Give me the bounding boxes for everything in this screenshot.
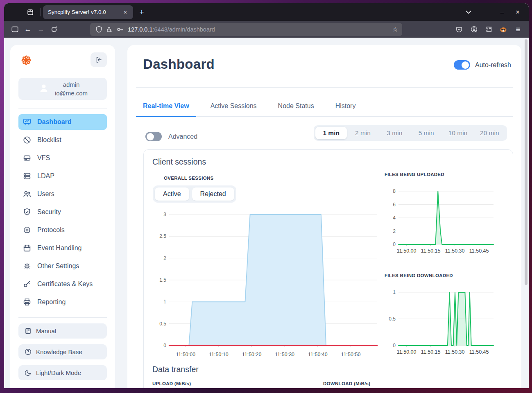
user-name: admin [55,80,88,89]
sidebar-item-label: Dashboard [37,118,72,126]
files-downloaded-label: FILES BEING DOWNLOADED [385,273,453,278]
extension-addon-icon[interactable] [497,23,510,36]
sidebar-item-label: LDAP [37,172,54,180]
svg-text:11:50:30: 11:50:30 [445,349,465,355]
calendar-icon [23,244,32,253]
user-email: io@me.com [55,89,88,97]
tab-node-status[interactable]: Node Status [271,102,321,117]
shield-check-icon [23,208,32,217]
tab-real-time-view[interactable]: Real-time View [136,102,196,117]
advanced-toggle[interactable] [145,132,162,141]
browser-tab-bar: Syncplify Server! v7.0.0 × + – × [4,3,529,21]
forward-button[interactable]: → [34,23,48,36]
svg-text:11:50:10: 11:50:10 [209,352,229,357]
sidebar-item-ldap[interactable]: LDAP [18,168,107,184]
list-tabs-chevron-icon[interactable] [462,6,475,18]
time-range-1min[interactable]: 1 min [315,127,347,139]
account-icon[interactable] [467,23,480,36]
sidebar-item-label: Users [37,190,54,198]
connection-lock-warning-icon[interactable] [104,24,115,35]
sidebar-item-reporting[interactable]: Reporting [18,294,107,310]
time-range-3min[interactable]: 3 min [379,127,410,139]
window-close-button[interactable]: × [511,6,525,18]
page-scrollbar[interactable] [525,39,527,285]
url-host: 127.0.0.1 [128,26,152,33]
menu-hamburger-icon[interactable]: ≡ [512,23,525,36]
manual-button[interactable]: Manual [18,323,107,339]
sidebar-item-label: Reporting [37,298,66,306]
time-range-5min[interactable]: 5 min [410,127,442,139]
users-icon [23,190,32,199]
sidebar-item-vfs[interactable]: VFS [18,150,107,166]
svg-text:11:50:45: 11:50:45 [469,349,489,355]
time-range-2min[interactable]: 2 min [347,127,378,139]
user-card[interactable]: admin io@me.com [18,78,107,100]
sidebar: admin io@me.com Dashboard Blocklist VFS … [10,45,115,388]
svg-text:2.5: 2.5 [159,233,166,239]
svg-text:11:50:15: 11:50:15 [421,248,441,254]
tracking-shield-icon[interactable] [93,24,104,35]
time-range-20min[interactable]: 20 min [474,127,505,139]
tab-active-sessions[interactable]: Active Sessions [204,102,264,117]
knowledge-base-button[interactable]: Knowledge Base [18,344,107,359]
extensions-puzzle-icon[interactable] [482,23,495,36]
cpu-chip-icon [23,226,32,235]
svg-text:11:50:30: 11:50:30 [275,352,294,357]
svg-text:1: 1 [393,289,396,295]
sidebar-item-certificates-keys[interactable]: Certificates & Keys [18,276,107,292]
tab-close-icon[interactable]: × [121,8,130,17]
header-divider [136,87,513,88]
sidebar-item-security[interactable]: Security [18,204,107,220]
filter-rejected-button[interactable]: Rejected [192,187,234,201]
svg-text:8: 8 [393,188,396,194]
pocket-icon[interactable] [453,23,466,36]
dashboard-icon [23,117,32,126]
printer-icon [23,298,32,307]
reload-button[interactable] [48,23,61,36]
sidebar-item-other-settings[interactable]: Other Settings [18,258,107,274]
upload-rate-label: UPLOAD (MiB/s) [152,381,191,386]
files-uploaded-chart: 0246811:50:0011:50:1511:50:3011:50:45 [385,185,496,255]
sidebar-toggle-icon[interactable] [8,23,21,36]
new-tab-button[interactable]: + [136,6,148,18]
sidebar-item-label: Blocklist [37,136,61,144]
firefox-view-icon[interactable] [24,7,37,18]
sidebar-item-users[interactable]: Users [18,186,107,202]
svg-text:0: 0 [163,343,166,348]
filter-active-button[interactable]: Active [155,187,189,201]
browser-tab[interactable]: Syncplify Server! v7.0.0 × [43,5,133,19]
client-sessions-title: Client sessions [152,157,206,167]
svg-text:11:50:00: 11:50:00 [397,349,417,355]
key-permission-icon[interactable] [115,24,125,35]
sidebar-item-label: Protocols [37,226,65,234]
bookmark-star-icon[interactable]: ☆ [392,25,398,33]
browser-window: Syncplify Server! v7.0.0 × + – × ← → [4,3,529,388]
auto-refresh-toggle[interactable] [454,60,470,70]
files-downloaded-chart: 00.5111:50:0011:50:1511:50:3011:50:45 [385,286,496,356]
light-dark-mode-label: Light/Dark Mode [36,369,81,376]
tab-history[interactable]: History [328,102,363,117]
light-dark-mode-button[interactable]: Light/Dark Mode [18,365,107,380]
window-minimize-button[interactable]: – [495,6,509,18]
blocklist-icon [23,136,32,145]
svg-text:3: 3 [163,212,166,217]
sidebar-item-blocklist[interactable]: Blocklist [18,132,107,148]
hard-drive-icon [23,154,32,163]
time-range-10min[interactable]: 10 min [442,127,473,139]
key-icon [23,280,32,289]
svg-text:6: 6 [393,202,396,208]
back-button[interactable]: ← [21,23,34,36]
sidebar-item-protocols[interactable]: Protocols [18,222,107,238]
url-bar[interactable]: 127.0.0.1:6443/admin/dashboard ☆ [90,23,402,36]
url-text: 127.0.0.1:6443/admin/dashboard [128,26,392,33]
svg-text:0: 0 [393,242,396,247]
svg-text:11:50:00: 11:50:00 [176,352,195,357]
page-content: admin io@me.com Dashboard Blocklist VFS … [4,38,529,388]
user-avatar-icon [38,82,50,96]
svg-text:11:50:15: 11:50:15 [421,349,441,355]
manual-label: Manual [36,328,56,334]
advanced-label: Advanced [168,133,197,140]
sidebar-item-event-handling[interactable]: Event Handling [18,240,107,256]
sidebar-item-dashboard[interactable]: Dashboard [18,114,107,130]
sidebar-collapse-button[interactable] [91,52,107,67]
